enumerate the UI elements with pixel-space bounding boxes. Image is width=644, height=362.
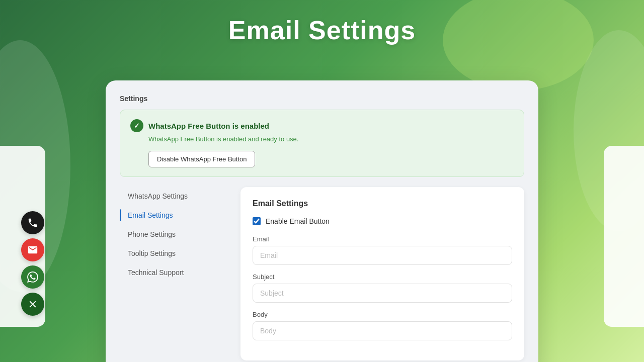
status-check-icon bbox=[130, 119, 143, 132]
settings-body: WhatsApp Settings Email Settings Phone S… bbox=[120, 187, 524, 360]
status-title: WhatsApp Free Button is enabled bbox=[148, 122, 269, 130]
enable-email-label[interactable]: Enable Email Button bbox=[266, 217, 330, 225]
float-email-button[interactable] bbox=[21, 238, 44, 261]
float-button-group bbox=[21, 211, 44, 316]
email-field-group: Email bbox=[253, 235, 512, 265]
nav-item-tooltip[interactable]: Tooltip Settings bbox=[120, 244, 235, 262]
status-banner-header: WhatsApp Free Button is enabled bbox=[130, 119, 514, 132]
settings-section-label: Settings bbox=[120, 95, 524, 103]
subject-field-label: Subject bbox=[253, 273, 512, 281]
nav-item-phone[interactable]: Phone Settings bbox=[120, 225, 235, 243]
body-input[interactable] bbox=[253, 321, 512, 340]
float-call-button[interactable] bbox=[21, 211, 44, 234]
body-field-group: Body bbox=[253, 311, 512, 340]
settings-nav: WhatsApp Settings Email Settings Phone S… bbox=[120, 187, 240, 360]
email-input[interactable] bbox=[253, 246, 512, 265]
email-field-label: Email bbox=[253, 235, 512, 243]
body-field-label: Body bbox=[253, 311, 512, 318]
close-icon bbox=[27, 299, 38, 310]
subject-input[interactable] bbox=[253, 284, 512, 303]
phone-icon bbox=[27, 217, 38, 228]
side-card-right bbox=[604, 146, 644, 327]
email-icon bbox=[27, 244, 38, 255]
nav-item-support[interactable]: Technical Support bbox=[120, 263, 235, 282]
status-banner: WhatsApp Free Button is enabled WhatsApp… bbox=[120, 110, 524, 177]
status-description: WhatsApp Free Button is enabled and read… bbox=[148, 135, 514, 143]
page-title-area: Email Settings bbox=[0, 0, 644, 55]
float-whatsapp-button[interactable] bbox=[21, 265, 44, 289]
panel-title: Email Settings bbox=[253, 199, 512, 208]
enable-email-checkbox-row: Enable Email Button bbox=[253, 217, 512, 225]
page-title: Email Settings bbox=[0, 15, 644, 45]
main-card: Settings WhatsApp Free Button is enabled… bbox=[106, 80, 538, 362]
nav-item-whatsapp[interactable]: WhatsApp Settings bbox=[120, 187, 235, 205]
nav-item-email[interactable]: Email Settings bbox=[120, 206, 235, 224]
email-settings-panel: Email Settings Enable Email Button Email… bbox=[240, 187, 524, 360]
whatsapp-icon bbox=[27, 272, 38, 283]
enable-email-checkbox[interactable] bbox=[253, 217, 261, 225]
float-close-button[interactable] bbox=[21, 293, 44, 316]
disable-whatsapp-button[interactable]: Disable WhatsApp Free Button bbox=[148, 151, 255, 167]
subject-field-group: Subject bbox=[253, 273, 512, 303]
